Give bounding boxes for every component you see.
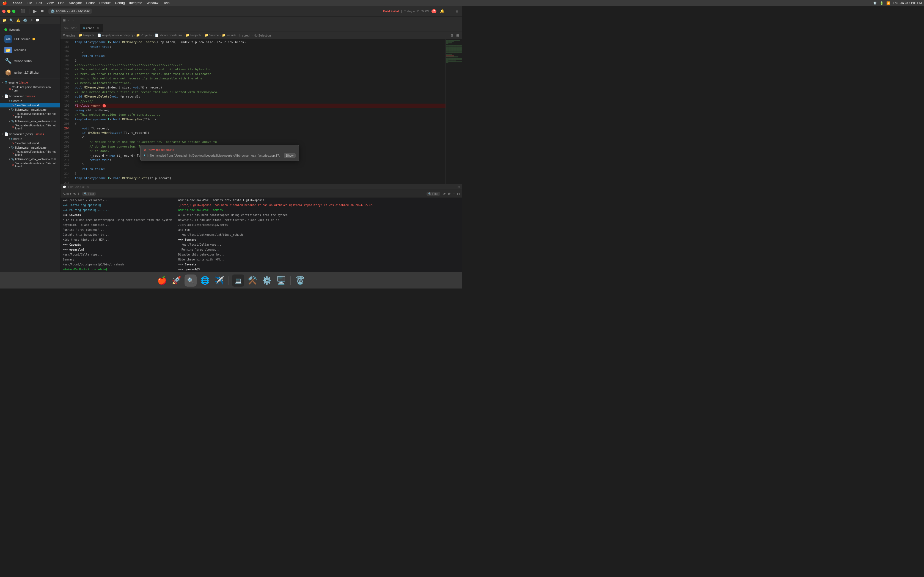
filter-left-label: Filter bbox=[88, 192, 94, 195]
rt-line-13: /usr/local/Cellar/ope... bbox=[176, 242, 462, 247]
breadcrumb-engine[interactable]: ⚙ engine bbox=[63, 34, 75, 37]
split-editor-button[interactable]: ⊞ bbox=[454, 8, 460, 14]
bottom-left-content[interactable]: ==> /usr/local/Cellar/ca-... ==> Install… bbox=[60, 198, 176, 272]
menu-debug[interactable]: Debug bbox=[115, 1, 124, 5]
nav-file-coreh-host[interactable]: ▾ h core.h bbox=[0, 137, 60, 141]
nav-share-icon[interactable]: ↗ bbox=[29, 18, 34, 23]
back-button[interactable]: ‹ bbox=[68, 18, 70, 23]
code-line-200: void MCMemoryDelete(void *p_record); bbox=[75, 95, 446, 99]
nav-group-libbrowser-host[interactable]: ▾ 📄 libbrowser (host) 3 issues bbox=[0, 132, 60, 137]
split-horiz-button[interactable]: ⊞ bbox=[456, 33, 460, 38]
nav-error-foundation-2[interactable]: ✕ 'Foundation/Foundation.h' file not fou… bbox=[0, 123, 60, 131]
sidebar-item-lcc[interactable]: LCC LCC source bbox=[2, 34, 58, 44]
sidebar-item-livecode[interactable]: livecode bbox=[2, 27, 58, 32]
breadcrumb-include[interactable]: 📁 include bbox=[222, 34, 236, 37]
auto-dropdown[interactable]: Auto ▾ bbox=[63, 192, 71, 196]
dock-settings[interactable]: ⚙️ bbox=[261, 274, 273, 287]
nav-group-engine[interactable]: ▾ ⚙ engine 1 issue bbox=[0, 80, 60, 85]
menu-edit[interactable]: Edit bbox=[36, 1, 42, 5]
nav-error-new-not-found-1[interactable]: ✕ 'new' file not found bbox=[0, 103, 60, 108]
eye-button-left[interactable]: 👁 bbox=[73, 192, 76, 196]
show-button[interactable]: Show bbox=[284, 153, 296, 158]
split-right-button[interactable]: ⊟ bbox=[450, 33, 454, 38]
dock-xcode[interactable]: ⚒️ bbox=[246, 274, 258, 287]
breadcrumb-no-selection[interactable]: No Selection bbox=[254, 34, 271, 37]
add-tab-button[interactable]: + bbox=[447, 8, 452, 14]
menu-product[interactable]: Product bbox=[99, 1, 111, 5]
menu-help[interactable]: Help bbox=[163, 1, 170, 5]
breadcrumb-source[interactable]: 📁 Source bbox=[205, 34, 219, 37]
dock-safari[interactable]: 🌐 bbox=[199, 274, 211, 287]
menu-integrate[interactable]: Integrate bbox=[129, 1, 142, 5]
forward-button[interactable]: › bbox=[71, 18, 74, 23]
nav-error-foundation-4[interactable]: ✕ 'Foundation/Foundation.h' file not fou… bbox=[0, 161, 60, 168]
filter-right[interactable]: 🔍 Filter bbox=[426, 192, 440, 196]
breadcrumb-coreh[interactable]: h core.h bbox=[239, 34, 250, 37]
breadcrumb-revpdf[interactable]: 📄 revpdfprinter.xcodeproj bbox=[97, 34, 133, 37]
nav-file-coreh[interactable]: ▾ h core.h bbox=[0, 98, 60, 103]
nav-warning-icon[interactable]: ⚠️ bbox=[15, 18, 21, 23]
code-content[interactable]: template<typename T> bool MCMemoryReallo… bbox=[72, 39, 446, 184]
maximize-button[interactable] bbox=[12, 10, 15, 13]
tab-coreh[interactable]: h core.h ✕ bbox=[80, 24, 103, 32]
breadcrumb-libcore[interactable]: 📄 libcore.xcodeproj bbox=[155, 34, 183, 37]
run-button[interactable]: ▶ bbox=[32, 8, 38, 14]
split-button-right[interactable]: ⊞ bbox=[453, 192, 456, 196]
nav-settings-icon[interactable]: ⚙️ bbox=[22, 18, 28, 23]
apple-menu[interactable]: 🍎 bbox=[2, 1, 7, 5]
destination-all: All bbox=[71, 9, 75, 13]
menu-view[interactable]: View bbox=[47, 1, 53, 5]
dock-trash[interactable]: 🗑️ bbox=[294, 274, 306, 287]
nav-group-libbrowser[interactable]: ▾ 📄 libbrowser 3 issues bbox=[0, 94, 60, 98]
minimize-button[interactable] bbox=[7, 10, 10, 13]
nav-file-nsvalue-host[interactable]: ▾ 📎 libbrowser_nsvalue.mm bbox=[0, 145, 60, 150]
menu-editor[interactable]: Editor bbox=[86, 1, 95, 5]
breadcrumb-projects-3[interactable]: 📁 Projects bbox=[186, 34, 201, 37]
tab-close-icon[interactable]: ✕ bbox=[97, 26, 99, 29]
nav-file-webview-host[interactable]: ▾ 📎 libbrowser_osx_webview.mm bbox=[0, 157, 60, 161]
libbrowser-host-label: libbrowser (host) bbox=[9, 132, 33, 136]
notifications-button[interactable]: 🔔 bbox=[439, 8, 446, 14]
filter-left[interactable]: 🔍 Filter bbox=[82, 192, 96, 196]
dock-spotlight[interactable]: 🔍 bbox=[184, 274, 197, 287]
tab-no-editor[interactable]: No Editor bbox=[60, 24, 80, 32]
layout-button-right[interactable]: ⊟ bbox=[457, 192, 460, 196]
nav-chat-icon[interactable]: 💬 bbox=[35, 18, 40, 23]
nav-file-nsvalue[interactable]: ▾ 📎 libbrowser_nsvalue.mm bbox=[0, 108, 60, 112]
scheme-selector[interactable]: ⚙️ engine › › All › My Mac bbox=[48, 8, 92, 14]
dock-mail[interactable]: ✈️ bbox=[213, 274, 225, 287]
nav-error-foundation-1[interactable]: ✕ 'Foundation/Foundation.h' file not fou… bbox=[0, 112, 60, 119]
nav-error-new-2[interactable]: ✕ 'new' file not found bbox=[0, 141, 60, 145]
sidebar-item-python[interactable]: 📦 python-2.7.15.pkg bbox=[2, 68, 58, 77]
menu-xcode[interactable]: Xcode bbox=[12, 1, 22, 5]
stop-button[interactable]: ⏹ bbox=[39, 8, 46, 14]
trash-button-right[interactable]: 🗑 bbox=[448, 192, 451, 196]
nav-file-webview[interactable]: ▾ 📎 libbrowser_osx_webview.mm bbox=[0, 119, 60, 123]
eye-button-right[interactable]: 👁 bbox=[443, 192, 446, 196]
sidebar-item-readmes[interactable]: 📁 readmes bbox=[2, 46, 58, 55]
sidebar-item-xcode-sdks[interactable]: 🔧 xCode SDKs bbox=[2, 56, 58, 66]
nsvalue-host-label: libbrowser_nsvalue.mm bbox=[15, 146, 48, 149]
breadcrumb-projects[interactable]: 📁 Projects bbox=[79, 34, 94, 37]
breadcrumb-projects-2[interactable]: 📁 Projects bbox=[136, 34, 152, 37]
bottom-right-content[interactable]: admins-MacBook-Pro:~ admin$ brew install… bbox=[176, 198, 462, 272]
line-numbers: 180 186 187 188 189 190 191 192 193 194 … bbox=[60, 39, 72, 184]
menu-file[interactable]: File bbox=[27, 1, 32, 5]
nav-error-foundation-3[interactable]: ✕ 'Foundation/Foundation.h' file not fou… bbox=[0, 150, 60, 157]
dock-display[interactable]: 🖥️ bbox=[275, 274, 287, 287]
close-button[interactable] bbox=[2, 10, 5, 13]
grid-view-button[interactable]: ⊞ bbox=[62, 18, 66, 23]
sidebar-toggle-button[interactable]: ⬛ bbox=[19, 8, 26, 14]
error-count-badge[interactable]: 7 bbox=[431, 9, 436, 13]
dock-terminal[interactable]: 💻 bbox=[232, 274, 244, 287]
dock-finder[interactable]: 🍎 bbox=[156, 274, 168, 287]
info-button-left[interactable]: ℹ bbox=[78, 192, 79, 196]
nav-folder-icon[interactable]: 📁 bbox=[2, 18, 7, 23]
menu-window[interactable]: Window bbox=[147, 1, 158, 5]
menu-navigate[interactable]: Navigate bbox=[69, 1, 82, 5]
code-editor[interactable]: 180 186 187 188 189 190 191 192 193 194 … bbox=[60, 39, 462, 184]
nav-error-libtool[interactable]: ✕ Could not parse libtool version from: bbox=[0, 85, 60, 93]
dock-launchpad[interactable]: 🚀 bbox=[170, 274, 183, 287]
nav-filter-icon[interactable]: 🔍 bbox=[8, 18, 14, 23]
menu-find[interactable]: Find bbox=[58, 1, 65, 5]
